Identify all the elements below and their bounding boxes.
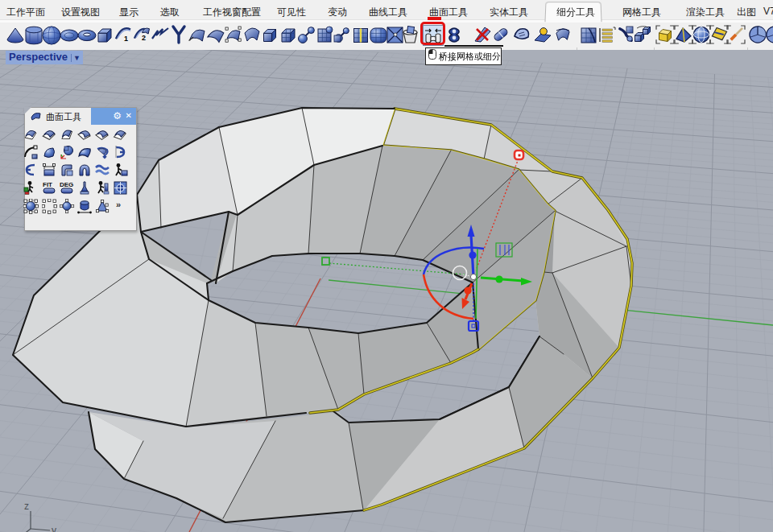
svg-text:DEG: DEG <box>60 181 73 188</box>
svg-text:z: z <box>24 501 29 512</box>
svg-text:1: 1 <box>124 35 128 43</box>
svg-text:y: y <box>52 525 56 532</box>
svg-text:2: 2 <box>142 34 146 42</box>
svg-text:FIT: FIT <box>43 181 52 188</box>
